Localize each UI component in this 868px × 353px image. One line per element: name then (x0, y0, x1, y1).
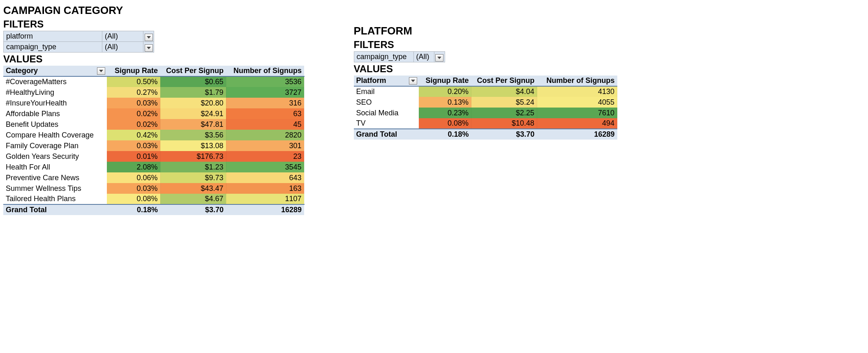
cell-cost-per-signup: $1.23 (160, 162, 226, 172)
row-label: Health For All (3, 162, 107, 172)
cell-number-of-signups: 301 (226, 140, 304, 151)
row-label: Summer Wellness Tips (3, 183, 107, 194)
header-category[interactable]: Category (3, 66, 107, 76)
cell-number-of-signups: 45 (226, 119, 304, 130)
filter-row-platform: platform (All) (4, 31, 154, 42)
header-number-of-signups: Number of Signups (226, 66, 304, 76)
filters-table-right: campaign_type (All) (354, 51, 445, 62)
cell-signup-rate: 0.08% (419, 118, 471, 129)
table-row: Tailored Health Plans0.08%$4.671107 (3, 194, 304, 204)
chevron-down-icon (147, 47, 151, 49)
cell-cost-per-signup: $9.73 (160, 172, 226, 183)
cell-cost-per-signup: $13.08 (160, 140, 226, 151)
filter-label: platform (4, 31, 102, 42)
header-signup-rate: Signup Rate (107, 66, 160, 76)
filter-row-campaign-type: campaign_type (All) (4, 42, 154, 53)
table-row: Family Coverage Plan0.03%$13.08301 (3, 140, 304, 151)
cell-cost-per-signup: $176.73 (160, 151, 226, 162)
cell-signup-rate: 0.03% (107, 140, 160, 151)
cell-cost-per-signup: $5.24 (471, 97, 537, 108)
filter-value: (All) (102, 42, 143, 53)
cell-signup-rate: 0.50% (107, 76, 160, 87)
table-row: Summer Wellness Tips0.03%$43.47163 (3, 183, 304, 194)
cell-cost-per-signup: $0.65 (160, 76, 226, 87)
row-label: Affordable Plans (3, 108, 107, 119)
table-row: Preventive Care News0.06%$9.73643 (3, 172, 304, 183)
header-number-of-signups: Number of Signups (537, 76, 617, 86)
total-cost: $3.70 (471, 129, 537, 140)
filters-title-right: FILTERS (354, 39, 618, 50)
chevron-down-icon (437, 57, 441, 59)
header-dropdown-button[interactable] (409, 77, 417, 85)
platform-pivot-table: Platform Signup Rate Cost Per Signup Num… (354, 76, 618, 140)
category-pivot-table: Category Signup Rate Cost Per Signup Num… (3, 66, 305, 215)
total-rate: 0.18% (419, 129, 471, 140)
cell-signup-rate: 0.42% (107, 130, 160, 140)
total-label: Grand Total (354, 129, 419, 140)
svg-marker-1 (147, 47, 151, 49)
table-row: Email0.20%$4.044130 (354, 86, 617, 97)
cell-number-of-signups: 316 (226, 98, 304, 108)
cell-number-of-signups: 643 (226, 172, 304, 183)
campaign-category-title: CAMPAIGN CATEGORY (3, 4, 305, 17)
svg-marker-3 (437, 57, 441, 59)
cell-number-of-signups: 4055 (537, 97, 617, 108)
cell-signup-rate: 0.23% (419, 108, 471, 118)
cell-signup-rate: 0.13% (419, 97, 471, 108)
total-signups: 16289 (537, 129, 617, 140)
grand-total-row: Grand Total 0.18% $3.70 16289 (3, 204, 304, 215)
header-dropdown-button[interactable] (97, 67, 105, 75)
cell-cost-per-signup: $1.79 (160, 87, 226, 98)
cell-number-of-signups: 4130 (537, 86, 617, 97)
svg-marker-0 (147, 36, 151, 39)
cell-cost-per-signup: $3.56 (160, 130, 226, 140)
filter-dropdown-button[interactable] (145, 34, 153, 41)
row-label: #HealthyLiving (3, 87, 107, 98)
cell-cost-per-signup: $47.81 (160, 119, 226, 130)
cell-cost-per-signup: $24.91 (160, 108, 226, 119)
row-label: Golden Years Security (3, 151, 107, 162)
table-row: SEO0.13%$5.244055 (354, 97, 617, 108)
table-row: #HealthyLiving0.27%$1.793727 (3, 87, 304, 98)
cell-signup-rate: 0.08% (107, 194, 160, 204)
cell-number-of-signups: 3727 (226, 87, 304, 98)
cell-number-of-signups: 63 (226, 108, 304, 119)
cell-number-of-signups: 3536 (226, 76, 304, 87)
filter-value: (All) (102, 31, 143, 42)
chevron-down-icon (99, 70, 103, 72)
total-cost: $3.70 (160, 204, 226, 215)
cell-cost-per-signup: $20.80 (160, 98, 226, 108)
cell-signup-rate: 0.06% (107, 172, 160, 183)
table-header-row: Category Signup Rate Cost Per Signup Num… (3, 66, 304, 76)
table-row: #InsureYourHealth0.03%$20.80316 (3, 98, 304, 108)
filter-row-campaign-type: campaign_type (All) (354, 52, 445, 62)
filter-dropdown-button[interactable] (435, 54, 443, 62)
row-label: Social Media (354, 108, 419, 118)
filter-dropdown-button[interactable] (145, 44, 153, 52)
platform-title: PLATFORM (354, 25, 618, 37)
filter-label: campaign_type (4, 42, 102, 53)
header-cost-per-signup: Cost Per Signup (471, 76, 537, 86)
row-label: Preventive Care News (3, 172, 107, 183)
table-row: Affordable Plans0.02%$24.9163 (3, 108, 304, 119)
table-row: Compare Health Coverage0.42%$3.562820 (3, 130, 304, 140)
total-label: Grand Total (3, 204, 107, 215)
table-row: TV0.08%$10.48494 (354, 118, 617, 129)
row-label: Compare Health Coverage (3, 130, 107, 140)
header-cost-per-signup: Cost Per Signup (160, 66, 226, 76)
filter-label: campaign_type (354, 52, 413, 62)
total-signups: 16289 (226, 204, 304, 215)
row-label: #CoverageMatters (3, 76, 107, 87)
cell-cost-per-signup: $10.48 (471, 118, 537, 129)
row-label: Tailored Health Plans (3, 194, 107, 204)
cell-cost-per-signup: $4.67 (160, 194, 226, 204)
cell-number-of-signups: 494 (537, 118, 617, 129)
values-title-right: VALUES (354, 63, 618, 75)
values-title-left: VALUES (3, 53, 305, 65)
header-platform[interactable]: Platform (354, 76, 419, 86)
cell-number-of-signups: 7610 (537, 108, 617, 118)
cell-signup-rate: 0.01% (107, 151, 160, 162)
cell-cost-per-signup: $2.25 (471, 108, 537, 118)
chevron-down-icon (411, 80, 415, 82)
grand-total-row: Grand Total 0.18% $3.70 16289 (354, 129, 617, 140)
